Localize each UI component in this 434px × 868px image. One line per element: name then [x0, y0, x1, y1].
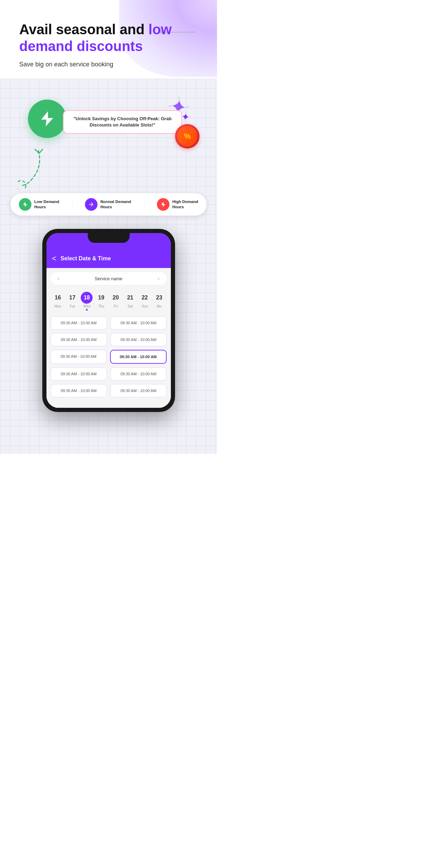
low-demand-icon — [19, 198, 31, 211]
grid-section: "Unlock Savings by Choosing Off-Peak: Gr… — [0, 79, 217, 204]
cal-date-18-selected: 18 — [81, 292, 93, 304]
cal-label-sat: Sat — [128, 304, 133, 308]
bolt-icon-high — [160, 201, 166, 208]
time-slot-2-1[interactable]: 09:30 AM - 10:00 AM — [51, 333, 107, 346]
time-row-1: 09:30 AM - 10:00 AM 09:30 AM - 10:00 AM — [51, 316, 167, 330]
arrow-icon-normal — [88, 201, 94, 208]
cal-day-21[interactable]: 21 Sat — [124, 292, 136, 311]
cal-dot-18 — [86, 309, 88, 311]
phone-section: < Select Date & Time ‹ Service name › 16 — [0, 204, 217, 426]
phone-screen-title: Select Date & Time — [60, 255, 111, 262]
time-slot-3-1[interactable]: 09:30 AM - 10:00 AM — [51, 350, 107, 364]
time-slot-5-1[interactable]: 09:30 AM - 10:00 AM — [51, 384, 107, 397]
phone-frame: < Select Date & Time ‹ Service name › 16 — [42, 229, 175, 412]
cal-day-16[interactable]: 16 Mon — [52, 292, 64, 311]
cal-date-22: 22 — [139, 292, 151, 304]
grid-section-inner: "Unlock Savings by Choosing Off-Peak: Gr… — [7, 93, 210, 204]
dashed-arrow — [17, 147, 45, 190]
cal-date-19: 19 — [95, 292, 107, 304]
headline-purple: low demand discounts — [19, 22, 172, 54]
cal-date-21: 21 — [124, 292, 136, 304]
phone-content: ‹ Service name › 16 Mon 17 Tue — [46, 268, 171, 408]
cal-label-thu: Thu — [98, 304, 104, 308]
cal-label-wed: Wed — [83, 304, 90, 308]
time-row-3: 09:30 AM - 10:00 AM 09:30 AM - 10:00 AM — [51, 350, 167, 364]
discount-badge-inner: % — [177, 126, 197, 146]
time-slot-1-1[interactable]: 09:30 AM - 10:00 AM — [51, 316, 107, 330]
discount-badge: % — [175, 124, 200, 149]
bottom-section — [0, 426, 217, 454]
high-demand-icon — [157, 198, 169, 211]
cal-date-16: 16 — [52, 292, 64, 304]
subheadline: Save big on each service booking — [19, 61, 198, 68]
demand-legend: Low DemandHours Normal DemandHours — [10, 193, 207, 216]
time-slots-container: 09:30 AM - 10:00 AM 09:30 AM - 10:00 AM … — [51, 313, 167, 404]
phone-screen: < Select Date & Time ‹ Service name › 16 — [46, 233, 171, 408]
low-demand-item: Low DemandHours — [19, 198, 59, 211]
header-section: Avail seasonal and low demand discounts … — [0, 0, 217, 79]
time-slot-1-2[interactable]: 09:30 AM - 10:00 AM — [110, 316, 167, 330]
speech-bubble-text: "Unlock Savings by Choosing Off-Peak: Gr… — [73, 116, 172, 128]
phone-wrapper: < Select Date & Time ‹ Service name › 16 — [42, 229, 175, 412]
cal-day-19[interactable]: 19 Thu — [95, 292, 107, 311]
back-button[interactable]: < — [52, 254, 57, 263]
divider-1 — [72, 198, 72, 211]
calendar-row: 16 Mon 17 Tue 18 Wed 19 — [51, 289, 167, 313]
cal-day-23[interactable]: 23 Mo — [153, 292, 165, 311]
cal-label-mo: Mo — [157, 304, 162, 308]
time-row-4: 09:30 AM - 10:00 AM 09:30 AM - 10:00 AM — [51, 367, 167, 381]
time-row-2: 09:30 AM - 10:00 AM 09:30 AM - 10:00 AM — [51, 333, 167, 346]
service-name-label: Service name — [95, 276, 122, 281]
phone-header: < Select Date & Time — [46, 251, 171, 268]
right-chevron-icon[interactable]: › — [158, 276, 160, 281]
service-selector[interactable]: ‹ Service name › — [51, 272, 167, 285]
normal-demand-icon — [85, 198, 97, 211]
cal-date-17: 17 — [66, 292, 78, 304]
cal-day-22[interactable]: 22 Sun — [139, 292, 151, 311]
time-slot-2-2[interactable]: 09:30 AM - 10:00 AM — [110, 333, 167, 346]
cal-label-tue: Tue — [69, 304, 75, 308]
time-slot-4-1[interactable]: 09:30 AM - 10:00 AM — [51, 367, 107, 381]
time-slot-4-2[interactable]: 09:30 AM - 10:00 AM — [110, 367, 167, 381]
speech-bubble: "Unlock Savings by Choosing Off-Peak: Gr… — [63, 110, 182, 134]
cal-date-20: 20 — [110, 292, 122, 304]
normal-demand-item: Normal DemandHours — [85, 198, 131, 211]
cal-day-20[interactable]: 20 Fri — [110, 292, 122, 311]
phone-notch-area — [46, 233, 171, 251]
low-demand-label: Low DemandHours — [34, 199, 59, 210]
cal-label-mon: Mon — [55, 304, 61, 308]
bolt-icon-low — [22, 201, 28, 208]
cal-day-17[interactable]: 17 Tue — [66, 292, 78, 311]
percent-icon: % — [184, 132, 191, 141]
high-demand-label: High DemandHours — [172, 199, 198, 210]
phone-notch — [88, 233, 130, 243]
time-slot-3-2-selected[interactable]: 09:30 AM - 10:00 AM — [110, 350, 167, 364]
time-slot-5-2[interactable]: 09:30 AM - 10:00 AM — [110, 384, 167, 397]
normal-demand-label: Normal DemandHours — [100, 199, 131, 210]
time-row-5: 09:30 AM - 10:00 AM 09:30 AM - 10:00 AM — [51, 384, 167, 397]
high-demand-item: High DemandHours — [157, 198, 198, 211]
cal-day-18[interactable]: 18 Wed — [81, 292, 93, 311]
bolt-icon-big — [38, 110, 56, 128]
bolt-circle-big — [28, 100, 66, 138]
divider-2 — [144, 198, 144, 211]
cal-label-fri: Fri — [114, 304, 118, 308]
left-chevron-icon[interactable]: ‹ — [58, 276, 59, 281]
cal-label-sun: Sun — [142, 304, 148, 308]
main-headline: Avail seasonal and low demand discounts — [19, 21, 198, 55]
cal-date-23: 23 — [153, 292, 165, 304]
